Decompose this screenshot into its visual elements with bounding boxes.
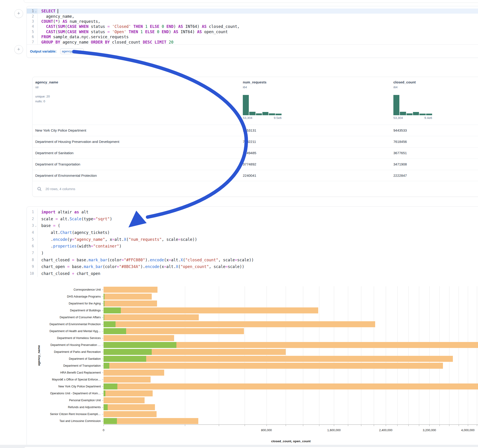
- next-cell-edge: [24, 447, 478, 448]
- bar-open-count: [104, 356, 146, 362]
- code-text: FROM sample_data.nyc.service_requests: [38, 35, 129, 39]
- table-row[interactable]: New York City Police Department945313194…: [32, 125, 478, 136]
- x-axis-tick: [334, 425, 334, 426]
- code-line[interactable]: 2 agency_name,: [27, 14, 478, 19]
- gridline: [459, 286, 459, 424]
- histogram-bar: [400, 112, 406, 115]
- y-axis-label: Department of Buildings: [27, 307, 101, 314]
- tcell-num: 3749485: [243, 151, 256, 155]
- search-icon[interactable]: [37, 187, 42, 191]
- code-line[interactable]: 10chart_closed + chart_open: [27, 270, 478, 277]
- histogram-range-labels: 53,3049.4e6: [393, 116, 432, 120]
- table-footer: 20 rows, 4 columns: [32, 181, 478, 197]
- y-axis-tick: [102, 304, 103, 304]
- y-axis-tick: [102, 386, 103, 387]
- x-axis-tick: [267, 425, 267, 426]
- line-number: 3: [27, 19, 38, 24]
- bar-open-count: [104, 349, 152, 355]
- y-axis-tick: [102, 380, 103, 380]
- tcell-closed: 7618456: [393, 140, 407, 143]
- tcell-name: Department of Sanitation: [35, 151, 74, 155]
- code-line[interactable]: 7GROUP BY agency_name ORDER BY closed_co…: [27, 39, 478, 44]
- code-line[interactable]: 5 CAST(SUM(CASE WHEN status = 'Open' THE…: [27, 29, 478, 34]
- table-row[interactable]: Department of Environmental Protection22…: [32, 170, 478, 181]
- histogram-bar: [276, 114, 282, 115]
- add-cell-button[interactable]: +: [14, 45, 23, 54]
- histogram-bar: [426, 114, 432, 115]
- line-number: 7: [27, 39, 38, 44]
- x-axis-tick: [459, 425, 459, 426]
- y-axis-label: Correspondence Unit: [27, 286, 101, 293]
- code-line[interactable]: 3⌄base = (: [27, 222, 478, 229]
- column-type: i64: [393, 86, 416, 89]
- y-axis-tick: [102, 297, 103, 297]
- y-axis-tick: [102, 366, 103, 366]
- x-axis-line: [104, 424, 478, 425]
- x-axis-tick: [219, 425, 219, 426]
- sql-code-editor[interactable]: 1⌄SELECT2 agency_name,3COUNT(*) AS num_r…: [27, 6, 478, 45]
- histogram-bar: [407, 113, 413, 115]
- gridline: [334, 286, 334, 424]
- add-cell-button[interactable]: +: [14, 9, 23, 18]
- y-axis-label: Department of Transportation: [27, 362, 101, 369]
- code-line[interactable]: 7): [27, 249, 478, 256]
- bar-closed-count: [104, 370, 164, 376]
- code-line[interactable]: 6 .properties(width="container"): [27, 243, 478, 249]
- line-number: 2: [27, 216, 38, 222]
- code-line[interactable]: 1⌄SELECT: [27, 8, 478, 14]
- code-line[interactable]: 8chart_closed = base.mark_bar(color="#FF…: [27, 256, 478, 263]
- x-axis-tick: [286, 425, 286, 426]
- table-row[interactable]: Department of Housing Preservation and D…: [32, 136, 478, 148]
- y-axis-tick: [102, 345, 103, 345]
- table-row[interactable]: Department of Transportation377489234719…: [32, 159, 478, 170]
- python-cell-card: 1import altair as alt2scale = alt.Scale(…: [26, 206, 478, 446]
- code-line[interactable]: 6FROM sample_data.nyc.service_requests: [27, 34, 478, 39]
- gridline: [386, 286, 386, 424]
- code-line[interactable]: 4 alt.Chart(agency_tickets): [27, 229, 478, 236]
- python-code-editor[interactable]: 1import altair as alt2scale = alt.Scale(…: [27, 207, 478, 277]
- tcell-num: 7782211: [243, 140, 256, 143]
- bar-open-count: [104, 321, 115, 327]
- y-axis-tick: [102, 324, 103, 324]
- y-axis-label: HRA Benefit Card Replacement: [27, 369, 101, 376]
- tcell-closed: 9443533: [393, 128, 407, 132]
- bar-closed-count: [104, 397, 145, 403]
- line-number: 1⌄: [27, 8, 38, 14]
- tcell-closed: 2222847: [393, 174, 407, 177]
- code-text: CAST(SUM(CASE WHEN status = 'Open' THEN …: [38, 30, 228, 34]
- line-number: 5: [27, 236, 38, 243]
- code-line[interactable]: 3COUNT(*) AS num_requests,: [27, 19, 478, 24]
- bar-closed-count: [104, 418, 198, 424]
- y-axis-tick: [102, 352, 103, 352]
- code-text: .properties(width="container"): [38, 244, 121, 249]
- x-axis-tick: [303, 425, 303, 426]
- table-row[interactable]: Department of Sanitation37494853677651: [32, 147, 478, 159]
- code-line[interactable]: 4 CAST(SUM(CASE WHEN status = 'Closed' T…: [27, 24, 478, 29]
- sql-cell-card: 1⌄SELECT2 agency_name,3COUNT(*) AS num_r…: [26, 6, 478, 58]
- column-header-closed-count: closed_count i64: [393, 80, 416, 89]
- bar-closed-count: [104, 287, 157, 293]
- y-axis-label: Department of Homeless Services: [27, 335, 101, 342]
- text-caret: [58, 9, 58, 13]
- y-axis-tick: [102, 393, 103, 394]
- bar-open-count: [104, 390, 105, 396]
- code-text: .encode(y="agency_name", x=alt.X("num_re…: [38, 237, 197, 242]
- output-variable-input[interactable]: agency_tickets: [60, 48, 84, 54]
- code-line[interactable]: 9chart_open = base.mark_bar(color="#8BC3…: [27, 263, 478, 270]
- code-line[interactable]: 5 .encode(y="agency_name", x=alt.X("num_…: [27, 236, 478, 243]
- histogram-bar: [269, 113, 275, 115]
- x-axis-tick: [104, 425, 104, 426]
- gridline: [468, 286, 468, 424]
- code-line[interactable]: 1import altair as alt: [27, 209, 478, 216]
- previous-cell-edge: [24, 0, 478, 3]
- fold-chevron-icon[interactable]: ⌄: [34, 10, 37, 13]
- fold-chevron-icon[interactable]: ⌄: [34, 224, 37, 227]
- code-text: base = (: [38, 223, 60, 228]
- y-axis-tick: [102, 407, 103, 407]
- histogram-bar: [249, 112, 255, 115]
- y-axis-label: Department of Sanitation: [27, 355, 101, 362]
- code-line[interactable]: 2scale = alt.Scale(type="sqrt"): [27, 216, 478, 222]
- line-number: 4: [27, 24, 38, 29]
- y-axis-tick: [102, 373, 103, 373]
- gridline: [245, 286, 245, 424]
